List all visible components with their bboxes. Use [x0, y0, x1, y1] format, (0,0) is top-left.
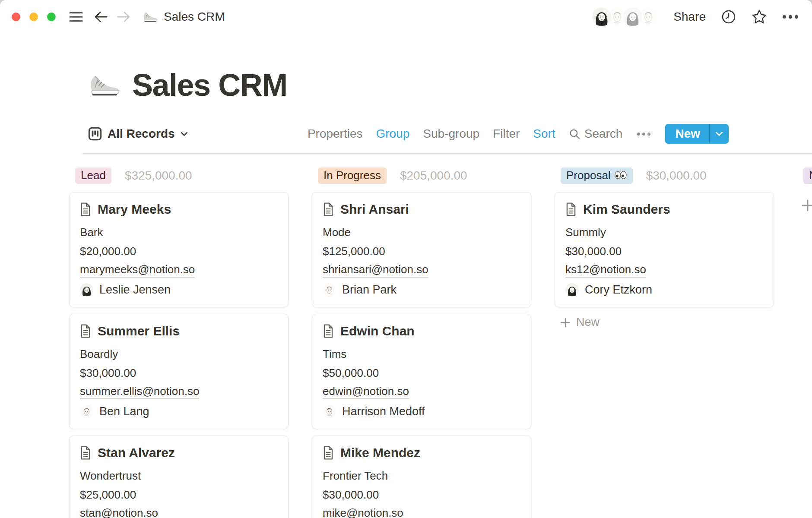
amount-field[interactable]: $20,000.00 [80, 242, 278, 261]
page-icon [565, 202, 577, 216]
company-field[interactable]: Bark [80, 223, 278, 242]
amount-field[interactable]: $50,000.00 [323, 363, 520, 382]
ellipsis-icon [637, 133, 640, 136]
status-badge[interactable]: N [803, 167, 812, 184]
email-link[interactable]: summer.ellis@notion.so [80, 385, 199, 399]
share-button[interactable]: Share [673, 10, 706, 24]
amount-field[interactable]: $125,000.00 [323, 242, 520, 261]
company-field[interactable]: Wondertrust [80, 466, 278, 485]
company-field[interactable]: Frontier Tech [323, 466, 520, 485]
card-title: Edwin Chan [340, 324, 415, 338]
owner-field[interactable]: Leslie Jensen [80, 283, 278, 297]
new-button-dropdown[interactable] [710, 124, 729, 144]
email-link[interactable]: shriansari@notion.so [323, 263, 428, 278]
search-label: Search [584, 127, 623, 141]
view-switcher[interactable]: All Records [88, 127, 188, 141]
record-card[interactable]: Edwin Chan Tims $50,000.00 edwin@notion.… [312, 314, 531, 429]
minimize-window-button[interactable] [29, 13, 38, 21]
record-card[interactable]: Shri Ansari Mode $125,000.00 shriansari@… [312, 192, 531, 307]
sneaker-icon [142, 11, 158, 22]
plus-icon [560, 317, 571, 328]
page-icon [323, 202, 334, 216]
record-card[interactable]: Kim Saunders Summly $30,000.00 ks12@noti… [555, 192, 774, 307]
card-title: Mike Mendez [340, 445, 420, 460]
email-link[interactable]: mike@notion.so [323, 506, 403, 518]
email-link[interactable]: stan@notion.so [80, 506, 158, 518]
record-card[interactable]: Stan Alvarez Wondertrust $25,000.00 stan… [69, 436, 289, 518]
column-sum: $30,000.00 [646, 169, 707, 183]
sort-button[interactable]: Sort [533, 127, 555, 141]
page-title[interactable]: Sales CRM [132, 67, 287, 103]
column-header: Proposal $30,000.00 [561, 169, 774, 182]
view-options-button[interactable] [636, 133, 652, 136]
properties-button[interactable]: Properties [308, 127, 363, 141]
email-link[interactable]: ks12@notion.so [565, 263, 646, 278]
breadcrumb-title: Sales CRM [164, 10, 225, 24]
more-options-button[interactable] [783, 15, 798, 19]
updates-button[interactable] [721, 9, 736, 24]
company-field[interactable]: Tims [323, 344, 520, 363]
amount-field[interactable]: $30,000.00 [80, 363, 278, 382]
owner-name: Brian Park [342, 283, 396, 297]
back-button[interactable] [94, 11, 108, 23]
favorite-button[interactable] [752, 9, 767, 25]
owner-field[interactable]: Brian Park [323, 283, 520, 297]
eyes-emoji-icon [614, 171, 627, 179]
add-card-label: New [576, 316, 599, 329]
new-button-label[interactable]: New [665, 124, 709, 144]
add-card-button[interactable]: New [560, 316, 599, 329]
card-title: Kim Saunders [583, 202, 670, 217]
status-badge[interactable]: Proposal [561, 167, 633, 184]
owner-field[interactable]: Cory Etzkorn [565, 283, 763, 297]
page-icon [80, 446, 91, 460]
column-header: In Progress $205,000.00 [318, 169, 531, 182]
card-title: Stan Alvarez [98, 445, 175, 460]
zoom-window-button[interactable] [47, 13, 56, 21]
status-badge[interactable]: In Progress [318, 167, 387, 184]
status-label: Lead [81, 170, 106, 181]
filter-button[interactable]: Filter [493, 127, 520, 141]
topbar: Sales CRM Share [0, 0, 812, 34]
chevron-down-icon [715, 131, 723, 136]
email-link[interactable]: edwin@notion.so [323, 385, 409, 399]
add-card-button[interactable] [801, 199, 812, 212]
column-header: Lead $325,000.00 [75, 169, 289, 182]
board-column-proposal: Proposal $30,000.00 Kim Saunders Summly … [555, 169, 774, 329]
card-title: Shri Ansari [340, 202, 409, 217]
record-card[interactable]: Mary Meeks Bark $20,000.00 marymeeks@not… [69, 192, 289, 307]
sidebar-toggle-button[interactable] [69, 11, 83, 22]
board-column-clipped: N [797, 169, 812, 212]
star-icon [752, 9, 767, 25]
subgroup-button[interactable]: Sub-group [423, 127, 479, 141]
company-field[interactable]: Boardly [80, 344, 278, 363]
avatar [80, 283, 93, 297]
board-column-in-progress: In Progress $205,000.00 Shri Ansari Mode… [312, 169, 531, 518]
avatar [80, 405, 93, 418]
page-sneaker-icon[interactable] [87, 73, 120, 97]
record-card[interactable]: Summer Ellis Boardly $30,000.00 summer.e… [69, 314, 289, 429]
avatar [323, 405, 336, 418]
amount-field[interactable]: $30,000.00 [323, 485, 520, 504]
page-icon [323, 324, 334, 338]
owner-field[interactable]: Harrison Medoff [323, 405, 520, 418]
owner-field[interactable]: Ben Lang [80, 405, 278, 418]
company-field[interactable]: Mode [323, 223, 520, 242]
search-button[interactable]: Search [569, 127, 623, 141]
company-field[interactable]: Summly [565, 223, 763, 242]
record-card[interactable]: Mike Mendez Frontier Tech $30,000.00 mik… [312, 436, 531, 518]
column-sum: $325,000.00 [125, 169, 192, 183]
chevron-down-icon [181, 132, 188, 136]
breadcrumb[interactable]: Sales CRM [142, 10, 225, 24]
amount-field[interactable]: $25,000.00 [80, 485, 278, 504]
search-icon [569, 128, 580, 140]
group-button[interactable]: Group [376, 127, 410, 141]
forward-button[interactable] [116, 11, 131, 23]
hamburger-icon [69, 11, 83, 22]
status-badge[interactable]: Lead [75, 167, 111, 184]
email-link[interactable]: marymeeks@notion.so [80, 263, 195, 278]
new-record-button[interactable]: New [665, 124, 729, 144]
page-header: Sales CRM [87, 67, 812, 103]
amount-field[interactable]: $30,000.00 [565, 242, 763, 261]
collaborator-avatars[interactable] [592, 7, 658, 26]
close-window-button[interactable] [12, 13, 20, 21]
